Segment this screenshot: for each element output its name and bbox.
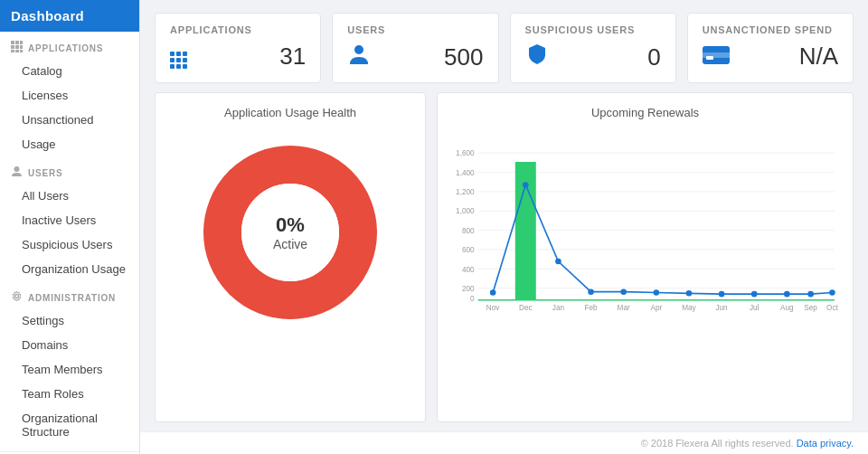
point-sep <box>807 291 814 298</box>
charts-row: Application Usage Health 0% Active <box>140 92 868 431</box>
svg-text:400: 400 <box>462 266 475 274</box>
svg-rect-3 <box>11 45 14 49</box>
svg-text:200: 200 <box>462 285 475 293</box>
renewals-chart-area: 1,600 1,400 1,200 1,000 800 600 400 200 … <box>452 128 838 336</box>
point-aug <box>784 291 790 298</box>
stat-applications-title: APPLICATIONS <box>170 24 306 35</box>
svg-rect-7 <box>15 50 19 52</box>
svg-text:1,600: 1,600 <box>456 149 475 157</box>
sidebar-item-org-structure[interactable]: Organizational Structure <box>0 406 139 444</box>
svg-rect-6 <box>11 50 14 52</box>
main-content: APPLICATIONS 31 USERS 500 <box>140 0 868 454</box>
point-may <box>686 290 693 297</box>
donut-chart-title: Application Usage Health <box>170 106 410 119</box>
applications-icon <box>170 45 187 69</box>
admin-section-label: ADMINISTRATION <box>28 293 116 303</box>
svg-point-11 <box>354 45 363 54</box>
sidebar-section-applications: APPLICATIONS <box>0 32 139 59</box>
spend-value: N/A <box>799 43 838 71</box>
svg-rect-14 <box>706 56 713 60</box>
donut-chart-card: Application Usage Health 0% Active <box>155 92 426 422</box>
sidebar-item-suspicious-users[interactable]: Suspicious Users <box>0 232 139 257</box>
stat-spend-row: N/A <box>703 43 838 71</box>
suspicious-value: 0 <box>647 43 660 71</box>
point-mar <box>620 288 627 295</box>
donut-label: 0% Active <box>273 213 307 251</box>
sidebar-divider <box>0 451 139 452</box>
sidebar-item-licenses[interactable]: Licenses <box>0 83 139 108</box>
point-apr <box>654 289 660 296</box>
svg-text:Apr: Apr <box>650 304 662 312</box>
sidebar-item-settings[interactable]: Settings <box>0 308 139 333</box>
sidebar-item-usage[interactable]: Usage <box>0 132 139 156</box>
sidebar-item-domains[interactable]: Domains <box>0 333 139 357</box>
svg-text:Jun: Jun <box>715 304 728 312</box>
sidebar-item-team-roles[interactable]: Team Roles <box>0 382 139 406</box>
gear-section-icon <box>11 290 23 305</box>
stat-card-applications: APPLICATIONS 31 <box>155 13 321 83</box>
svg-text:1,400: 1,400 <box>456 169 475 177</box>
svg-point-10 <box>15 295 19 298</box>
svg-rect-1 <box>15 41 19 44</box>
applications-value: 31 <box>279 43 306 71</box>
stats-row: APPLICATIONS 31 USERS 500 <box>140 0 868 92</box>
point-feb <box>588 288 594 295</box>
renewals-line <box>493 184 832 294</box>
svg-text:Jul: Jul <box>750 304 760 312</box>
sidebar-section-admin: ADMINISTRATION <box>0 281 139 308</box>
point-nov <box>490 289 496 296</box>
svg-rect-5 <box>20 45 23 49</box>
donut-container: 0% Active <box>170 128 410 336</box>
sidebar-item-team-members[interactable]: Team Members <box>0 357 139 382</box>
stat-suspicious-title: SUSPICIOUS USERS <box>525 24 661 35</box>
point-dec <box>523 182 529 188</box>
footer-privacy-link[interactable]: Data privacy. <box>797 438 854 449</box>
svg-rect-0 <box>11 41 14 44</box>
sidebar-item-all-users[interactable]: All Users <box>0 184 139 208</box>
stat-users-row: 500 <box>347 43 483 71</box>
svg-text:Mar: Mar <box>618 304 630 312</box>
sidebar-header: Dashboard <box>0 0 139 32</box>
svg-text:Sep: Sep <box>804 304 817 312</box>
renewals-svg: 1,600 1,400 1,200 1,000 800 600 400 200 … <box>452 128 838 336</box>
stat-card-users: USERS 500 <box>332 13 498 83</box>
stat-users-title: USERS <box>347 24 483 35</box>
stat-applications-row: 31 <box>170 43 306 71</box>
svg-rect-8 <box>20 50 23 52</box>
point-oct <box>829 289 835 296</box>
sidebar: Dashboard APPLICATIONS Catalog Licenses … <box>0 0 140 454</box>
svg-text:Dec: Dec <box>519 304 533 312</box>
svg-text:600: 600 <box>462 246 475 254</box>
sidebar-item-unsanctioned[interactable]: Unsanctioned <box>0 108 139 132</box>
stat-spend-title: UNSANCTIONED SPEND <box>703 24 838 35</box>
users-value: 500 <box>444 43 483 71</box>
svg-text:1,000: 1,000 <box>456 207 475 215</box>
svg-text:May: May <box>682 304 696 312</box>
svg-text:0: 0 <box>470 295 475 303</box>
sidebar-item-inactive-users[interactable]: Inactive Users <box>0 208 139 232</box>
point-jul <box>751 291 758 298</box>
renewals-chart-card: Upcoming Renewals 1,600 1,400 1,200 1,00… <box>437 92 854 422</box>
svg-text:800: 800 <box>462 227 475 235</box>
spend-icon <box>703 46 730 67</box>
footer: © 2018 Flexera All rights reserved. Data… <box>140 431 868 454</box>
sidebar-item-catalog[interactable]: Catalog <box>0 59 139 83</box>
svg-text:Oct: Oct <box>826 304 838 312</box>
svg-text:Jan: Jan <box>552 304 565 312</box>
svg-text:Aug: Aug <box>780 304 794 312</box>
svg-point-9 <box>14 166 20 172</box>
suspicious-icon <box>525 43 549 71</box>
stat-card-spend: UNSANCTIONED SPEND N/A <box>687 13 854 83</box>
users-icon <box>347 43 371 71</box>
users-section-label: USERS <box>28 168 62 178</box>
sidebar-item-org-usage[interactable]: Organization Usage <box>0 257 139 281</box>
stat-suspicious-row: 0 <box>525 43 661 71</box>
applications-section-label: APPLICATIONS <box>28 43 103 53</box>
point-jun <box>719 291 725 298</box>
donut-pct: 0% <box>273 213 307 237</box>
svg-text:Feb: Feb <box>584 304 598 312</box>
footer-text: © 2018 Flexera All rights reserved. <box>641 438 794 449</box>
donut-text: Active <box>273 237 307 251</box>
donut-wrapper: 0% Active <box>200 142 381 323</box>
point-jan <box>555 259 561 265</box>
